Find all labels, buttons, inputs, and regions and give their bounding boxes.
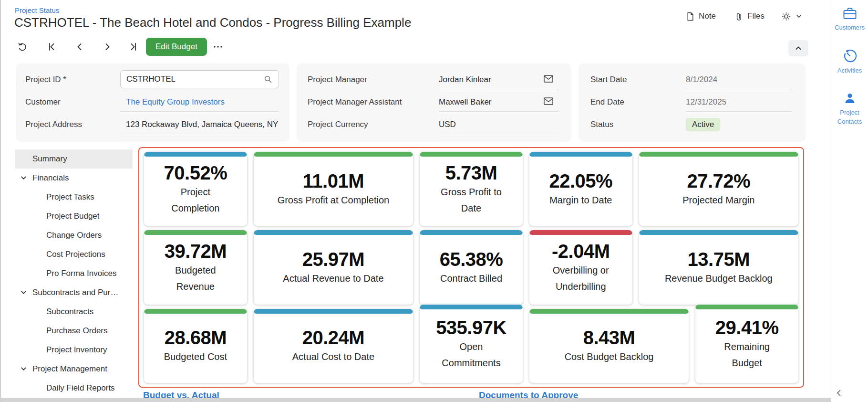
kpi-tile-body: 70.52%Project Completion: [144, 157, 247, 226]
kpi-label: Remaining Budget: [709, 339, 785, 371]
field-underline: [686, 89, 792, 89]
sidebar-item-summary[interactable]: Summary: [15, 149, 133, 169]
sidebar-item-project-inventory[interactable]: Project Inventory: [15, 340, 133, 360]
sidebar-item-daily-field-reports[interactable]: Daily Field Reports: [15, 379, 133, 398]
horizontal-scrollbar[interactable]: [1, 398, 831, 402]
sidebar-item-project-management[interactable]: Project Management: [15, 360, 133, 379]
kpi-tile-body: 28.68MBudgeted Cost: [144, 314, 247, 383]
project-address-value[interactable]: 123 Rockaway Blvd, Jamaica Queens, NY: [126, 120, 279, 129]
kpi-tile-gross-profit-at-completion[interactable]: 11.01MGross Profit at Completion: [254, 152, 413, 226]
kpi-dashboard: 70.52%Project Completion11.01MGross Prof…: [138, 147, 804, 388]
kpi-tile-overbilling-or-underbilling[interactable]: -2.04MOverbilling or Underbilling: [529, 230, 632, 304]
sidebar-item-subcontracts[interactable]: Subcontracts: [15, 302, 133, 321]
kpi-tile-contract-billed[interactable]: 65.38%Contract Billed: [420, 230, 523, 304]
project-currency-value[interactable]: USD: [439, 120, 539, 129]
kpi-value: 8.43M: [583, 327, 635, 349]
end-date-value[interactable]: 12/31/2025: [686, 97, 792, 107]
sidebar-item-project-tasks[interactable]: Project Tasks: [15, 188, 133, 207]
project-manager-assistant-label: Project Manager Assistant: [308, 97, 402, 107]
kpi-label: Margin to Date: [549, 192, 612, 208]
last-record-icon[interactable]: [125, 39, 141, 55]
chevron-left-icon[interactable]: [835, 389, 843, 397]
start-date-value[interactable]: 8/1/2024: [686, 75, 792, 85]
kpi-tile-color-bar: [144, 152, 247, 157]
right-rail: Customers Activities Project Contacts: [831, 0, 868, 402]
kpi-tile-color-bar: [254, 309, 413, 314]
kpi-tile-color-bar: [639, 230, 798, 235]
sidebar-item-label: Project Inventory: [46, 345, 107, 355]
kpi-tile-color-bar: [420, 305, 523, 309]
sidebar-item-cost-projections[interactable]: Cost Projections: [15, 245, 133, 264]
sidebar-item-change-orders[interactable]: Change Orders: [15, 226, 133, 245]
note-button[interactable]: Note: [686, 10, 716, 23]
breadcrumb[interactable]: Project Status: [15, 6, 59, 14]
first-record-icon[interactable]: [44, 39, 60, 55]
kpi-tile-projected-margin[interactable]: 27.72%Projected Margin: [639, 152, 798, 226]
chevron-down-icon[interactable]: [21, 289, 27, 296]
more-actions-icon[interactable]: [210, 39, 226, 55]
kpi-value: 20.24M: [302, 327, 364, 349]
gear-icon: [781, 11, 791, 21]
project-manager-value[interactable]: Jordan Kinlear: [439, 75, 539, 85]
kpi-value: 65.38%: [440, 248, 503, 270]
field-underline: [686, 111, 792, 112]
kpi-tile-color-bar: [144, 309, 247, 314]
search-icon[interactable]: [264, 75, 272, 84]
previous-record-icon[interactable]: [72, 39, 88, 55]
sidebar-item-subcontracts-and-pur[interactable]: Subcontracts and Pur…: [15, 283, 133, 302]
sidebar-item-label: Cost Projections: [46, 250, 105, 259]
kpi-tile-color-bar: [144, 230, 247, 235]
field-underline: [120, 134, 279, 134]
kpi-tile-color-bar: [695, 305, 798, 309]
rail-label: Activities: [837, 66, 862, 75]
kpi-tile-cost-budget-backlog[interactable]: 8.43MCost Budget Backlog: [529, 309, 689, 383]
field-underline: [120, 111, 279, 112]
kpi-tile-gross-profit-to-date[interactable]: 5.73MGross Profit to Date: [420, 152, 523, 226]
kpi-tile-actual-cost-to-date[interactable]: 20.24MActual Cost to Date: [254, 309, 413, 383]
kpi-tile-remaining-budget[interactable]: 29.41%Remaining Budget: [695, 305, 798, 383]
chevron-up-icon: [795, 45, 802, 52]
kpi-tile-color-bar: [529, 152, 632, 157]
project-id-input[interactable]: [120, 70, 279, 88]
sidebar-item-label: Financials: [32, 173, 69, 183]
kpi-tile-color-bar: [420, 152, 523, 157]
email-icon[interactable]: [544, 97, 553, 105]
kpi-tile-budgeted-cost[interactable]: 28.68MBudgeted Cost: [144, 309, 247, 383]
kpi-tile-revenue-budget-backlog[interactable]: 13.75MRevenue Budget Backlog: [639, 230, 798, 304]
chevron-down-icon[interactable]: [21, 175, 27, 181]
kpi-row: 28.68MBudgeted Cost20.24MActual Cost to …: [144, 309, 798, 383]
kpi-label: Cost Budget Backlog: [565, 349, 654, 365]
customer-link[interactable]: The Equity Group Investors: [126, 97, 279, 107]
sidebar-item-label: Summary: [32, 154, 67, 164]
project-manager-assistant-value[interactable]: Maxwell Baker: [439, 97, 539, 107]
toolbar: Edit Budget: [0, 37, 831, 57]
sidebar-item-pro-forma-invoices[interactable]: Pro Forma Invoices: [15, 264, 133, 283]
rail-item-activities[interactable]: Activities: [831, 49, 868, 75]
next-record-icon[interactable]: [99, 39, 115, 55]
kpi-tile-body: 25.97MActual Revenue to Date: [254, 235, 413, 304]
project-address-label: Project Address: [25, 120, 82, 129]
edit-budget-button[interactable]: Edit Budget: [146, 38, 207, 56]
collapse-form-button[interactable]: [788, 40, 808, 56]
kpi-tile-body: 11.01MGross Profit at Completion: [254, 157, 413, 226]
sidebar-item-label: Project Budget: [46, 212, 100, 221]
rail-item-customers[interactable]: Customers: [831, 7, 868, 32]
rail-item-project-contacts[interactable]: Project Contacts: [831, 92, 868, 127]
window-edge: [0, 0, 1, 402]
sidebar-item-financials[interactable]: Financials: [15, 169, 133, 188]
kpi-tile-budgeted-revenue[interactable]: 39.72MBudgeted Revenue: [144, 230, 247, 304]
files-button[interactable]: Files: [734, 10, 765, 23]
kpi-tile-open-commitments[interactable]: 535.97KOpen Commitments: [420, 305, 523, 383]
undo-icon[interactable]: [14, 39, 31, 55]
end-date-label: End Date: [590, 97, 624, 107]
email-icon[interactable]: [544, 75, 553, 83]
kpi-tile-project-completion[interactable]: 70.52%Project Completion: [144, 152, 247, 226]
kpi-tile-actual-revenue-to-date[interactable]: 25.97MActual Revenue to Date: [254, 230, 413, 304]
chevron-down-icon[interactable]: [21, 366, 27, 372]
sidebar-item-purchase-orders[interactable]: Purchase Orders: [15, 321, 133, 340]
kpi-tile-color-bar: [529, 230, 632, 235]
sidebar-item-project-budget[interactable]: Project Budget: [15, 207, 133, 226]
settings-menu-button[interactable]: [781, 10, 802, 23]
kpi-tile-margin-to-date[interactable]: 22.05%Margin to Date: [529, 152, 632, 226]
project-dates-panel: Start Date 8/1/2024 End Date 12/31/2025 …: [579, 63, 806, 142]
